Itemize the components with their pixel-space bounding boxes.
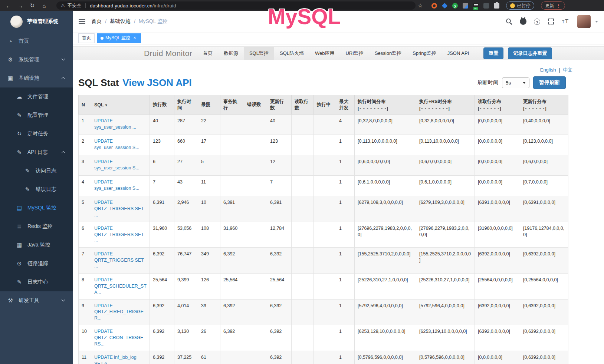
druid-nav-item[interactable]: JSON API <box>442 47 475 60</box>
sidebar-item-log-center[interactable]: ✎日志中心 <box>0 273 73 291</box>
table-cell: UPDATE sys_user_session S... <box>91 155 150 176</box>
extension-icon[interactable] <box>442 3 448 9</box>
lang-chinese-link[interactable]: 中文 <box>563 67 572 73</box>
sidebar-item-dev-tools[interactable]: ⚒研发工具 <box>0 291 73 310</box>
extensions-puzzle-icon[interactable] <box>494 3 499 9</box>
browser-menu-kebab-icon[interactable] <box>556 3 561 9</box>
tab-home[interactable]: 首页 <box>78 33 95 43</box>
druid-nav-item[interactable]: Session监控 <box>369 47 407 60</box>
column-header[interactable]: SQL▼ <box>91 95 150 115</box>
sidebar-item-mysql-monitor[interactable]: ▤MySQL 监控 <box>0 199 73 217</box>
column-header[interactable]: N <box>79 95 91 115</box>
column-header[interactable]: 最大并发 <box>336 95 355 115</box>
log-and-reset-button[interactable]: 记录日志并重置 <box>508 47 552 59</box>
druid-nav-item[interactable]: 首页 <box>197 47 218 60</box>
view-json-api-link[interactable]: View JSON API <box>122 77 191 89</box>
sql-link[interactable]: UPDATE sys_user_session ... <box>94 118 136 130</box>
breadcrumb-infra[interactable]: 基础设施 <box>110 18 131 25</box>
sql-link[interactable]: UPDATE sys_user_session S... <box>94 139 139 150</box>
table-row: 10UPDATE QRTZ_CRON_TRIGGERS...6,3923,130… <box>79 325 568 351</box>
sql-link[interactable]: UPDATE QRTZ_TRIGGERS SET ... <box>94 226 144 244</box>
lang-english-link[interactable]: English <box>540 67 556 73</box>
table-cell: 1 <box>336 222 355 248</box>
sidebar-item-api-log[interactable]: ✎API 日志 <box>0 143 73 162</box>
table-cell: [0,25564,0,0,0,0] <box>520 273 568 299</box>
profile-paused-badge[interactable]: 已暂停 <box>506 1 534 10</box>
extension-icon[interactable] <box>483 3 489 9</box>
browser-home-icon[interactable]: ⌂ <box>39 3 49 9</box>
table-cell: 31,960 <box>150 222 174 248</box>
column-header[interactable]: 读取行分布[- - - - - -] <box>475 95 520 115</box>
browser-reload-icon[interactable]: ↻ <box>27 2 37 9</box>
sidebar-item-access-log[interactable]: ✎访问日志 <box>0 162 73 180</box>
sql-link[interactable]: UPDATE QRTZ_TRIGGERS SET ... <box>94 200 144 218</box>
fullscreen-icon[interactable] <box>548 18 554 25</box>
sidebar-item-gear[interactable]: ⚙系统管理 <box>0 50 73 69</box>
table-cell <box>244 135 267 155</box>
column-header[interactable]: 执行时间分布[- - - - - - - -] <box>355 95 416 115</box>
druid-brand[interactable]: Druid Monitor <box>144 49 192 58</box>
tab-mysql-monitor[interactable]: MySQL 监控 <box>97 33 141 43</box>
extension-icon[interactable] <box>463 3 468 9</box>
druid-nav-item[interactable]: 数据源 <box>218 47 244 60</box>
browser-forward-icon[interactable]: → <box>16 3 25 9</box>
sql-link[interactable]: UPDATE QRTZ_SCHEDULER_STA... <box>94 277 147 295</box>
address-bar[interactable]: 不安全 dashboard.yudao.iocoder.cn/infra/dru… <box>56 1 416 10</box>
sidebar-item-config-edit[interactable]: ✎配置管理 <box>0 106 73 125</box>
user-avatar[interactable] <box>577 15 591 28</box>
extension-icon[interactable] <box>431 3 437 9</box>
browser-update-button[interactable]: 更新 <box>541 1 565 10</box>
druid-nav-item[interactable]: SQL监控 <box>244 47 274 60</box>
github-icon[interactable] <box>520 18 526 25</box>
extension-icon[interactable]: y <box>452 3 458 9</box>
font-size-icon[interactable] <box>562 18 570 25</box>
table-cell: [19176,12784,0,0,0,0] <box>520 222 568 248</box>
sidebar-item-dashboard[interactable]: ◔首页 <box>0 32 73 50</box>
column-header[interactable]: 事务执行 <box>220 95 244 115</box>
sidebar-item-error-log[interactable]: ✎错误日志 <box>0 180 73 199</box>
sidebar-item-scheduled-task[interactable]: ↻定时任务 <box>0 125 73 143</box>
druid-nav-item[interactable]: URI监控 <box>340 47 369 60</box>
sql-link[interactable]: UPDATE sys_user_session S... <box>94 159 139 171</box>
column-header[interactable]: 错误数 <box>244 95 267 115</box>
column-header[interactable]: 更新行数 <box>267 95 292 115</box>
table-cell: 7 <box>150 176 174 196</box>
sidebar-item-redis-monitor[interactable]: ≣Redis 监控 <box>0 217 73 236</box>
refresh-interval-select[interactable]: 5s <box>502 77 529 88</box>
sql-link[interactable]: UPDATE QRTZ_FIRED_TRIGGER... <box>94 303 144 321</box>
column-header[interactable]: 读取行数 <box>292 95 314 115</box>
help-icon[interactable] <box>534 19 540 25</box>
sidebar-item-file-upload[interactable]: ☁文件管理 <box>0 87 73 106</box>
tags-view: 首页 MySQL 监控 <box>73 32 604 44</box>
chevron-down-icon[interactable] <box>595 21 598 23</box>
language-switch: English | 中文 <box>78 64 598 73</box>
table-cell: [0,32,8,0,0,0,0,0] <box>355 115 416 135</box>
close-icon[interactable] <box>132 36 137 41</box>
druid-nav-item[interactable]: SQL防火墙 <box>274 47 309 60</box>
column-header[interactable]: 更新行分布[- - - - - -] <box>520 95 568 115</box>
column-header[interactable]: 执行中 <box>314 95 336 115</box>
sql-link[interactable]: UPDATE inf_job_log SET e... <box>94 355 137 364</box>
sql-link[interactable]: UPDATE QRTZ_CRON_TRIGGERS... <box>94 329 143 347</box>
breadcrumb-home[interactable]: 首页 <box>91 18 102 25</box>
browser-back-icon[interactable]: ← <box>4 3 13 9</box>
hamburger-icon[interactable] <box>79 19 85 24</box>
druid-nav-item[interactable]: Web应用 <box>309 47 340 60</box>
app-logo-row[interactable]: 芋道管理系统 <box>0 11 73 32</box>
sidebar-item-infrastructure[interactable]: ▣基础设施 <box>0 69 73 87</box>
column-header[interactable]: 执行时间 <box>174 95 198 115</box>
sql-link[interactable]: UPDATE QRTZ_TRIGGERS SET ... <box>94 251 144 269</box>
bookmark-star-icon[interactable] <box>418 2 423 9</box>
error-log-icon: ✎ <box>24 186 30 193</box>
column-header[interactable]: 执行数 <box>150 95 174 115</box>
reset-button[interactable]: 重置 <box>483 47 503 59</box>
column-header[interactable]: 执行+RS时分布[- - - - - - - -] <box>416 95 475 115</box>
sidebar-item-trace[interactable]: ⊙链路追踪 <box>0 254 73 273</box>
column-header[interactable]: 最慢 <box>198 95 220 115</box>
sidebar-item-java-monitor[interactable]: ▦Java 监控 <box>0 236 73 254</box>
extension-icon[interactable] <box>473 3 479 9</box>
search-icon[interactable] <box>506 18 512 25</box>
druid-nav-item[interactable]: Spring监控 <box>407 47 442 60</box>
sql-link[interactable]: UPDATE sys_user_session S... <box>94 179 139 191</box>
pause-refresh-button[interactable]: 暂停刷新 <box>533 76 566 89</box>
